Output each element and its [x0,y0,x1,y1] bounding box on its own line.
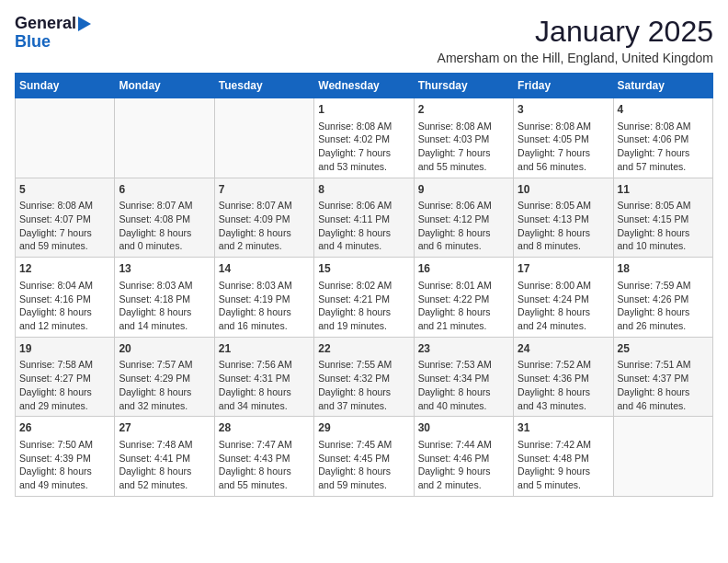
calendar-cell: 6Sunrise: 8:07 AMSunset: 4:08 PMDaylight… [115,178,214,258]
logo-blue: Blue [15,33,51,52]
day-number: 30 [418,420,509,436]
calendar-cell: 19Sunrise: 7:58 AMSunset: 4:27 PMDayligh… [16,337,115,417]
day-number: 3 [518,102,609,118]
day-number: 7 [219,182,310,198]
day-info: Sunrise: 7:57 AMSunset: 4:29 PMDaylight:… [119,358,210,412]
day-number: 2 [418,102,509,118]
day-number: 28 [219,420,310,436]
day-number: 12 [19,261,110,277]
calendar-cell: 12Sunrise: 8:04 AMSunset: 4:16 PMDayligh… [16,258,115,338]
calendar-cell: 20Sunrise: 7:57 AMSunset: 4:29 PMDayligh… [115,337,214,417]
calendar-cell [613,417,712,497]
calendar-cell: 5Sunrise: 8:08 AMSunset: 4:07 PMDaylight… [16,178,115,258]
calendar-table: SundayMondayTuesdayWednesdayThursdayFrid… [15,73,713,497]
logo: General Blue [15,15,91,52]
day-number: 8 [318,182,409,198]
day-number: 29 [318,420,409,436]
calendar-cell: 22Sunrise: 7:55 AMSunset: 4:32 PMDayligh… [314,337,414,417]
day-info: Sunrise: 7:50 AMSunset: 4:39 PMDaylight:… [19,438,110,492]
day-info: Sunrise: 8:00 AMSunset: 4:24 PMDaylight:… [518,279,609,333]
calendar-cell: 16Sunrise: 8:01 AMSunset: 4:22 PMDayligh… [414,258,513,338]
day-number: 10 [518,182,609,198]
calendar-week-row: 1Sunrise: 8:08 AMSunset: 4:02 PMDaylight… [16,98,713,178]
calendar-cell: 11Sunrise: 8:05 AMSunset: 4:15 PMDayligh… [613,178,712,258]
calendar-cell: 29Sunrise: 7:45 AMSunset: 4:45 PMDayligh… [314,417,414,497]
calendar-cell: 8Sunrise: 8:06 AMSunset: 4:11 PMDaylight… [314,178,414,258]
logo-arrow-icon [78,17,91,31]
logo-general: General [15,15,76,33]
day-info: Sunrise: 8:06 AMSunset: 4:11 PMDaylight:… [318,199,409,253]
calendar-cell: 17Sunrise: 8:00 AMSunset: 4:24 PMDayligh… [514,258,613,338]
calendar-cell: 21Sunrise: 7:56 AMSunset: 4:31 PMDayligh… [214,337,313,417]
day-number: 21 [219,341,310,357]
day-info: Sunrise: 8:07 AMSunset: 4:08 PMDaylight:… [119,199,210,253]
calendar-cell: 10Sunrise: 8:05 AMSunset: 4:13 PMDayligh… [514,178,613,258]
header-monday: Monday [115,74,214,98]
day-info: Sunrise: 8:04 AMSunset: 4:16 PMDaylight:… [19,279,110,333]
day-info: Sunrise: 8:01 AMSunset: 4:22 PMDaylight:… [418,279,509,333]
calendar-cell: 2Sunrise: 8:08 AMSunset: 4:03 PMDaylight… [414,98,513,178]
day-info: Sunrise: 8:05 AMSunset: 4:15 PMDaylight:… [618,199,709,253]
day-number: 19 [19,341,110,357]
calendar-cell: 28Sunrise: 7:47 AMSunset: 4:43 PMDayligh… [214,417,313,497]
day-number: 17 [518,261,609,277]
calendar-cell: 1Sunrise: 8:08 AMSunset: 4:02 PMDaylight… [314,98,414,178]
day-number: 15 [318,261,409,277]
calendar-cell [115,98,214,178]
location-subtitle: Amersham on the Hill, England, United Ki… [438,51,713,65]
day-number: 26 [19,420,110,436]
header-thursday: Thursday [414,74,513,98]
day-info: Sunrise: 7:58 AMSunset: 4:27 PMDaylight:… [19,358,110,412]
day-info: Sunrise: 7:52 AMSunset: 4:36 PMDaylight:… [518,358,609,412]
title-block: January 2025 Amersham on the Hill, Engla… [438,15,713,65]
calendar-cell: 9Sunrise: 8:06 AMSunset: 4:12 PMDaylight… [414,178,513,258]
calendar-week-row: 19Sunrise: 7:58 AMSunset: 4:27 PMDayligh… [16,337,713,417]
day-number: 27 [119,420,210,436]
calendar-cell: 30Sunrise: 7:44 AMSunset: 4:46 PMDayligh… [414,417,513,497]
day-info: Sunrise: 7:47 AMSunset: 4:43 PMDaylight:… [219,438,310,492]
day-number: 13 [119,261,210,277]
day-number: 24 [518,341,609,357]
day-number: 18 [618,261,709,277]
day-info: Sunrise: 7:55 AMSunset: 4:32 PMDaylight:… [318,358,409,412]
day-number: 25 [618,341,709,357]
day-info: Sunrise: 7:51 AMSunset: 4:37 PMDaylight:… [618,358,709,412]
calendar-cell: 18Sunrise: 7:59 AMSunset: 4:26 PMDayligh… [613,258,712,338]
calendar-cell: 27Sunrise: 7:48 AMSunset: 4:41 PMDayligh… [115,417,214,497]
calendar-cell: 25Sunrise: 7:51 AMSunset: 4:37 PMDayligh… [613,337,712,417]
header-friday: Friday [514,74,613,98]
header-saturday: Saturday [613,74,712,98]
day-number: 1 [318,102,409,118]
day-info: Sunrise: 8:03 AMSunset: 4:18 PMDaylight:… [119,279,210,333]
day-info: Sunrise: 7:44 AMSunset: 4:46 PMDaylight:… [418,438,509,492]
day-number: 22 [318,341,409,357]
day-info: Sunrise: 7:53 AMSunset: 4:34 PMDaylight:… [418,358,509,412]
day-number: 20 [119,341,210,357]
day-info: Sunrise: 8:08 AMSunset: 4:07 PMDaylight:… [19,199,110,253]
day-info: Sunrise: 7:48 AMSunset: 4:41 PMDaylight:… [119,438,210,492]
day-info: Sunrise: 8:08 AMSunset: 4:03 PMDaylight:… [418,120,509,174]
day-info: Sunrise: 8:05 AMSunset: 4:13 PMDaylight:… [518,199,609,253]
page-header: General Blue January 2025 Amersham on th… [15,15,713,65]
day-number: 5 [19,182,110,198]
calendar-cell: 3Sunrise: 8:08 AMSunset: 4:05 PMDaylight… [514,98,613,178]
day-number: 9 [418,182,509,198]
day-info: Sunrise: 7:45 AMSunset: 4:45 PMDaylight:… [318,438,409,492]
day-number: 16 [418,261,509,277]
calendar-cell: 23Sunrise: 7:53 AMSunset: 4:34 PMDayligh… [414,337,513,417]
day-info: Sunrise: 8:08 AMSunset: 4:02 PMDaylight:… [318,120,409,174]
day-info: Sunrise: 7:42 AMSunset: 4:48 PMDaylight:… [518,438,609,492]
calendar-cell: 13Sunrise: 8:03 AMSunset: 4:18 PMDayligh… [115,258,214,338]
header-tuesday: Tuesday [214,74,313,98]
day-info: Sunrise: 8:06 AMSunset: 4:12 PMDaylight:… [418,199,509,253]
header-wednesday: Wednesday [314,74,414,98]
day-info: Sunrise: 8:08 AMSunset: 4:05 PMDaylight:… [518,120,609,174]
header-sunday: Sunday [16,74,115,98]
day-number: 23 [418,341,509,357]
calendar-cell [214,98,313,178]
day-number: 6 [119,182,210,198]
calendar-cell: 14Sunrise: 8:03 AMSunset: 4:19 PMDayligh… [214,258,313,338]
day-number: 4 [618,102,709,118]
calendar-cell: 7Sunrise: 8:07 AMSunset: 4:09 PMDaylight… [214,178,313,258]
calendar-cell: 15Sunrise: 8:02 AMSunset: 4:21 PMDayligh… [314,258,414,338]
